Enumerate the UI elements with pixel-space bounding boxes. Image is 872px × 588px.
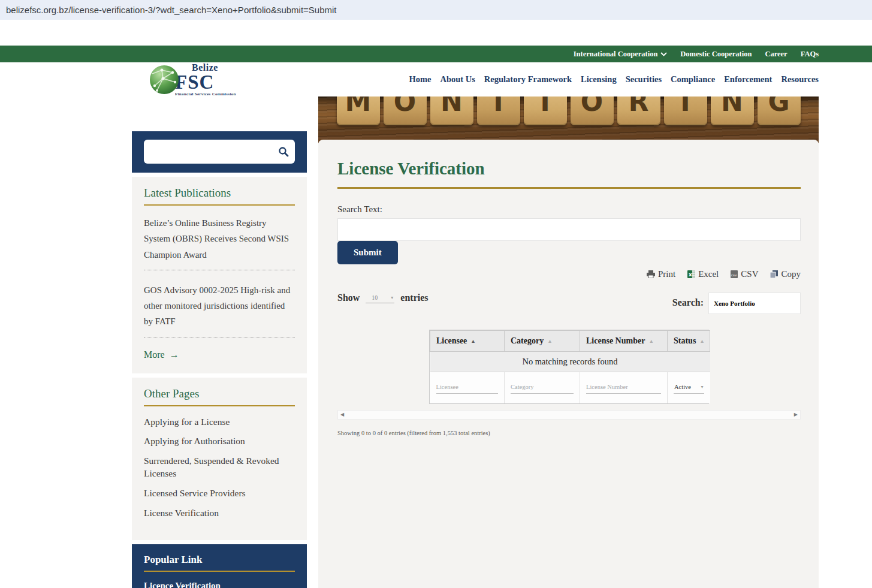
- latest-publications-card: Latest Publications Belize’s Online Busi…: [132, 177, 307, 373]
- column-header-license-number[interactable]: License Number ▴: [580, 331, 668, 352]
- other-pages-title: Other Pages: [144, 387, 295, 406]
- popular-link-card: Popular Link Licence Verification Regist…: [132, 544, 307, 588]
- main-navbar: Home About Us Regulatory Framework Licen…: [409, 74, 819, 85]
- empty-results-row: No matching records found: [430, 352, 710, 372]
- logo-acronym: FSC: [175, 73, 236, 92]
- letter-tile: N: [711, 97, 754, 125]
- letter-tile: I: [477, 97, 520, 125]
- column-header-licensee[interactable]: Licensee ▴: [430, 331, 505, 352]
- copy-button[interactable]: Copy: [770, 269, 801, 279]
- table-header-row: Licensee ▴ Category ▴ License Number ▴: [430, 331, 710, 352]
- csv-button[interactable]: csv CSV: [731, 269, 758, 279]
- sidebar-link-applying-for-authorisation[interactable]: Applying for Authorisation: [144, 435, 295, 448]
- topbar-item-domestic-cooperation[interactable]: Domestic Cooperation: [680, 50, 752, 59]
- popular-link-title: Popular Link: [144, 554, 295, 572]
- table-info-text: Showing 0 to 0 of 0 entries (filtered fr…: [337, 430, 801, 436]
- arrow-right-icon: →: [170, 349, 179, 360]
- letter-tile: G: [758, 97, 801, 125]
- logo-text: Belize FSC Financial Services Commission: [175, 63, 236, 97]
- page: belizefsc.org.bz/license-verification-3/…: [0, 0, 872, 588]
- sort-asc-icon: ▴: [701, 338, 704, 344]
- nav-item-about-us[interactable]: About Us: [440, 74, 475, 85]
- content-layout: Latest Publications Belize’s Online Busi…: [0, 97, 872, 588]
- latest-publications-title: Latest Publications: [144, 186, 295, 206]
- search-icon[interactable]: [278, 146, 289, 157]
- license-number-filter-input[interactable]: [586, 381, 661, 394]
- filter-row: Active ▾: [430, 372, 710, 404]
- popular-link-licence-verification[interactable]: Licence Verification: [144, 580, 295, 588]
- results-table: Licensee ▴ Category ▴ License Number ▴: [429, 330, 709, 404]
- fsc-logo[interactable]: Belize FSC Financial Services Commission: [149, 63, 236, 97]
- nav-item-resources[interactable]: Resources: [781, 74, 819, 85]
- more-publications-link[interactable]: More →: [144, 349, 295, 360]
- publication-link[interactable]: Belize’s Online Business Registry System…: [144, 215, 295, 270]
- search-text-input[interactable]: [337, 218, 801, 241]
- show-label: Show: [337, 293, 360, 303]
- table-search-label: Search:: [672, 297, 704, 308]
- csv-file-icon: csv: [731, 270, 738, 278]
- column-header-status[interactable]: Status ▴: [668, 331, 710, 352]
- status-filter-select[interactable]: Active ▾: [674, 382, 704, 394]
- globe-icon: [149, 64, 181, 95]
- letter-tile: M: [337, 97, 380, 125]
- sidebar-link-license-verification[interactable]: License Verification: [144, 507, 295, 520]
- sidebar-link-applying-for-a-license[interactable]: Applying for a License: [144, 416, 295, 429]
- page-title: License Verification: [337, 159, 801, 179]
- letter-tile: O: [571, 97, 614, 125]
- nav-item-enforcement[interactable]: Enforcement: [724, 74, 772, 85]
- column-header-category[interactable]: Category ▴: [505, 331, 580, 352]
- sidebar-search-input[interactable]: [151, 147, 278, 156]
- chevron-down-icon: [660, 52, 667, 56]
- scroll-right-icon[interactable]: ▶: [794, 412, 798, 417]
- topbar-item-international-cooperation[interactable]: International Cooperation: [574, 50, 668, 59]
- print-button[interactable]: Print: [647, 269, 675, 279]
- page-length-select[interactable]: 10 ▾: [366, 293, 394, 303]
- publication-link[interactable]: GOS Advisory 0002-2025 High-risk and oth…: [144, 282, 295, 337]
- browser-url-bar[interactable]: belizefsc.org.bz/license-verification-3/…: [0, 0, 872, 20]
- nav-item-regulatory-framework[interactable]: Regulatory Framework: [484, 74, 572, 85]
- nav-item-home[interactable]: Home: [409, 74, 431, 85]
- title-divider: [337, 187, 801, 189]
- category-filter-input[interactable]: [511, 381, 574, 394]
- entries-label: entries: [400, 293, 428, 303]
- letter-tile: N: [430, 97, 473, 125]
- sidebar: Latest Publications Belize’s Online Busi…: [132, 97, 307, 588]
- search-text-label: Search Text:: [337, 204, 801, 215]
- table-search-input[interactable]: [708, 293, 801, 314]
- topbar-item-career[interactable]: Career: [765, 50, 787, 59]
- sort-asc-icon: ▴: [472, 338, 475, 344]
- topbar-item-faqs[interactable]: FAQs: [801, 50, 819, 59]
- letter-tile: R: [617, 97, 660, 125]
- sidebar-link-licensed-service-providers[interactable]: Licensed Service Providers: [144, 487, 295, 500]
- logo-tagline: Financial Services Commission: [175, 92, 236, 97]
- letter-tile: O: [384, 97, 427, 125]
- excel-button[interactable]: x Excel: [687, 269, 719, 279]
- other-pages-card: Other Pages Applying for a License Apply…: [132, 378, 307, 541]
- main-column: M O N I T O R I N G License Verification…: [318, 97, 819, 588]
- horizontal-scrollbar[interactable]: ◀ ▶: [337, 410, 801, 420]
- license-verification-panel: License Verification Search Text: Submit…: [318, 140, 819, 588]
- licensee-filter-input[interactable]: [436, 381, 499, 394]
- monitoring-banner-image: M O N I T O R I N G: [318, 97, 819, 143]
- site-header: Belize FSC Financial Services Commission…: [0, 62, 872, 97]
- letter-tile: I: [664, 97, 707, 125]
- sidebar-link-surrendered-suspended-revoked[interactable]: Surrendered, Suspended & Revoked License…: [144, 455, 295, 480]
- nav-item-licensing[interactable]: Licensing: [581, 74, 617, 85]
- header-spacer: [0, 20, 872, 46]
- utility-navbar: International Cooperation Domestic Coope…: [0, 46, 872, 62]
- sidebar-search-box: [144, 140, 295, 164]
- sidebar-search-card: [132, 131, 307, 173]
- export-toolbar: Print x Excel csv: [337, 269, 801, 279]
- sort-asc-icon: ▴: [548, 338, 551, 344]
- submit-button[interactable]: Submit: [337, 241, 398, 264]
- sort-asc-icon: ▴: [650, 338, 653, 344]
- dropdown-arrow-icon: ▾: [701, 384, 703, 390]
- scroll-left-icon[interactable]: ◀: [340, 412, 344, 417]
- table-search-control: Search:: [672, 293, 801, 314]
- page-length-control: Show 10 ▾ entries: [337, 293, 429, 303]
- svg-text:x: x: [689, 272, 692, 278]
- empty-results-message: No matching records found: [430, 352, 710, 372]
- table-controls-row: Show 10 ▾ entries Search:: [337, 293, 801, 314]
- nav-item-compliance[interactable]: Compliance: [671, 74, 715, 85]
- nav-item-securities[interactable]: Securities: [626, 74, 662, 85]
